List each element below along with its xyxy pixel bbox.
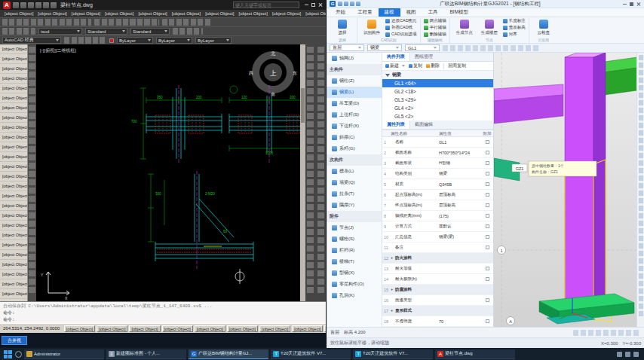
element-type-item[interactable]: 系杆(G) bbox=[327, 143, 382, 154]
category-select[interactable]: 钢梁 bbox=[367, 44, 402, 51]
element-list-item[interactable]: GL2 <18> bbox=[382, 87, 493, 96]
element-type-item[interactable]: 型钢(X) bbox=[327, 267, 382, 279]
property-row[interactable]: 10 汇总信息 钢梁(梁) bbox=[382, 232, 493, 243]
length-annotation-button[interactable]: 长度标注 bbox=[503, 18, 526, 23]
steel-column[interactable] bbox=[565, 53, 606, 316]
ribbon-tab[interactable]: BIM模型 bbox=[444, 8, 475, 17]
palette-item[interactable]: [object Object] bbox=[0, 44, 27, 54]
property-tab[interactable]: 截面编辑 bbox=[410, 121, 437, 129]
canvas-scrollbar[interactable] bbox=[300, 44, 305, 301]
linetype-select[interactable]: ByLayer bbox=[156, 37, 192, 44]
start-button[interactable] bbox=[2, 349, 13, 358]
viewport-3d[interactable]: GZ1 选中钢柱数量：1个 构件名称：GZ1 1 A bbox=[494, 53, 637, 327]
palette-item[interactable]: [object Object] bbox=[0, 250, 27, 260]
command-line[interactable]: 自动保存到 C:\Users\Administrator\appdata\loc… bbox=[0, 301, 326, 323]
search-icon[interactable] bbox=[15, 351, 22, 358]
property-row[interactable]: 4 结构类别 钢梁 bbox=[382, 169, 493, 179]
palette-item[interactable]: [object Object] bbox=[0, 270, 27, 279]
palette-item[interactable]: [object Object] bbox=[0, 221, 27, 230]
quick-access-toolbar[interactable] bbox=[338, 2, 360, 6]
element-type-item[interactable]: 拉条(T) bbox=[327, 188, 382, 200]
palette-item[interactable]: [object Object] bbox=[0, 152, 27, 162]
scrollbar-thumb[interactable] bbox=[301, 88, 305, 123]
element-type-item[interactable]: 墙梁(Q) bbox=[327, 177, 382, 188]
palette-item[interactable]: [object Object] bbox=[0, 103, 27, 113]
cad-drawing[interactable]: [-][俯视][二维线框] 北 南 西 东 上 350 200 bbox=[36, 44, 300, 301]
palette-item[interactable]: [object Object] bbox=[0, 211, 27, 221]
panel-tab[interactable]: 构件列表 bbox=[382, 53, 410, 61]
system-tray[interactable] bbox=[617, 352, 642, 357]
palette-item[interactable]: [object Object] bbox=[0, 191, 27, 201]
element-type-item[interactable]: 次构件 bbox=[327, 154, 382, 166]
menu-item[interactable]: [object Object] bbox=[38, 11, 66, 16]
element-type-item[interactable]: 斜撑(C) bbox=[327, 132, 382, 143]
palette-item[interactable]: [object Object] bbox=[0, 260, 27, 270]
property-row[interactable]: 8 轴线距离(mm) (175) bbox=[382, 211, 493, 221]
element-type-item[interactable]: 钢梁(L) bbox=[327, 87, 382, 98]
minimize-icon[interactable] bbox=[623, 4, 627, 5]
property-row[interactable]: 2 截面名称 H700*350*14*24 bbox=[382, 148, 493, 158]
palette-item[interactable]: [object Object] bbox=[0, 64, 27, 74]
element-list-item[interactable]: GL1 <64> bbox=[382, 79, 493, 87]
status-toggle-button[interactable]: [object Object] bbox=[259, 325, 290, 332]
status-toggle-button[interactable]: [object Object] bbox=[129, 325, 160, 332]
element-type-item[interactable]: 附件 bbox=[327, 211, 382, 222]
viewport-label[interactable]: [-][俯视][二维线框] bbox=[40, 47, 76, 53]
table-style-select[interactable]: Standard bbox=[130, 28, 170, 35]
edit-elevation-button[interactable]: 查改标高 bbox=[503, 25, 526, 30]
close-icon[interactable] bbox=[636, 2, 641, 6]
status-icons[interactable] bbox=[573, 330, 641, 336]
workspace-select[interactable]: AutoCAD 经典 bbox=[2, 37, 61, 44]
palette-item[interactable]: [object Object] bbox=[0, 133, 27, 142]
ribbon-tab[interactable]: 视图 bbox=[400, 8, 422, 17]
restore-cad-button[interactable]: 还原CAD图元 bbox=[385, 18, 417, 23]
menu-item[interactable]: [object Object] bbox=[105, 11, 133, 16]
generate-floor-button[interactable]: 生成楼层 bbox=[478, 20, 501, 35]
element-type-item[interactable]: 轴网(J) bbox=[327, 53, 382, 64]
status-toggle-button[interactable]: [object Object] bbox=[195, 325, 225, 332]
toolbar-icons[interactable] bbox=[173, 28, 203, 35]
element-type-item[interactable]: 下弦杆(X) bbox=[327, 121, 382, 132]
property-row[interactable]: 18 不透明度 70 bbox=[382, 316, 493, 327]
palette-item[interactable]: [object Object] bbox=[0, 182, 27, 191]
palette-item[interactable]: [object Object] bbox=[0, 172, 27, 182]
view-compass[interactable]: 北 南 西 东 上 bbox=[249, 50, 297, 96]
layer-copy-button[interactable]: 层间复制 bbox=[448, 63, 466, 69]
glodon-titlebar[interactable]: G 广联达BIM钢结构计量GJG2021 - [钢结构工程] bbox=[327, 0, 644, 8]
drawing-canvas[interactable]: [-][俯视][二维线框] 北 南 西 东 上 350 200 bbox=[36, 44, 300, 301]
taskbar-button[interactable]: G 广联达BIM钢结构计量GJ... bbox=[189, 349, 268, 359]
taskbar-button[interactable]: ≡ 新建圈标准图 - 个人... bbox=[106, 349, 186, 359]
element-type-item[interactable]: 节点(J) bbox=[327, 222, 382, 233]
panel-tab[interactable]: 图纸管理 bbox=[410, 53, 437, 61]
view-toolbar-vertical[interactable] bbox=[636, 53, 644, 327]
taskbar-button[interactable]: Administrator bbox=[24, 349, 104, 359]
search-input[interactable] bbox=[233, 2, 299, 8]
lineweight-select[interactable]: ByLayer bbox=[195, 37, 232, 44]
autocad-titlebar[interactable]: A 梁柱节点.dwg bbox=[0, 0, 326, 10]
element-select[interactable]: GL1 bbox=[405, 44, 440, 51]
menu-item[interactable]: [object Object] bbox=[138, 11, 167, 16]
dim-style-select[interactable]: Standard bbox=[85, 28, 127, 35]
element-type-item[interactable]: 栏杆(R) bbox=[327, 245, 382, 256]
palette-item[interactable]: [object Object] bbox=[0, 201, 27, 211]
palette-item[interactable]: [object Object] bbox=[0, 54, 27, 64]
taskbar-button[interactable]: T T20天正建筑软件 V7... bbox=[271, 349, 351, 359]
toolbar-icons[interactable] bbox=[2, 19, 91, 26]
menu-item[interactable]: [object Object] bbox=[239, 11, 268, 16]
view-tool-icons[interactable] bbox=[443, 45, 541, 51]
command-input[interactable]: 命令: bbox=[3, 316, 323, 323]
identify-element-button[interactable]: 识别构件 bbox=[360, 20, 383, 35]
ribbon-tab[interactable]: 开始 bbox=[330, 8, 351, 17]
draw-toolbar-vertical[interactable] bbox=[28, 44, 36, 301]
palette-item[interactable]: [object Object] bbox=[0, 74, 27, 84]
copy-element-button[interactable]: 复制 bbox=[409, 63, 422, 69]
property-row[interactable]: 14 耐火极限(h) bbox=[382, 274, 493, 285]
palette-item[interactable]: [object Object] bbox=[0, 123, 27, 133]
select-button[interactable]: 选择 bbox=[331, 20, 354, 35]
ribbon-tab[interactable]: 工具 bbox=[422, 8, 444, 17]
element-type-item[interactable]: 螺栓(S) bbox=[327, 233, 382, 245]
property-row[interactable]: 5 材质 Q345B bbox=[382, 179, 493, 190]
current-floor[interactable]: 首层 bbox=[330, 329, 339, 336]
property-row[interactable]: 15 +防腐涂料 bbox=[382, 285, 493, 295]
element-type-item[interactable]: 吊车梁(D) bbox=[327, 98, 382, 109]
